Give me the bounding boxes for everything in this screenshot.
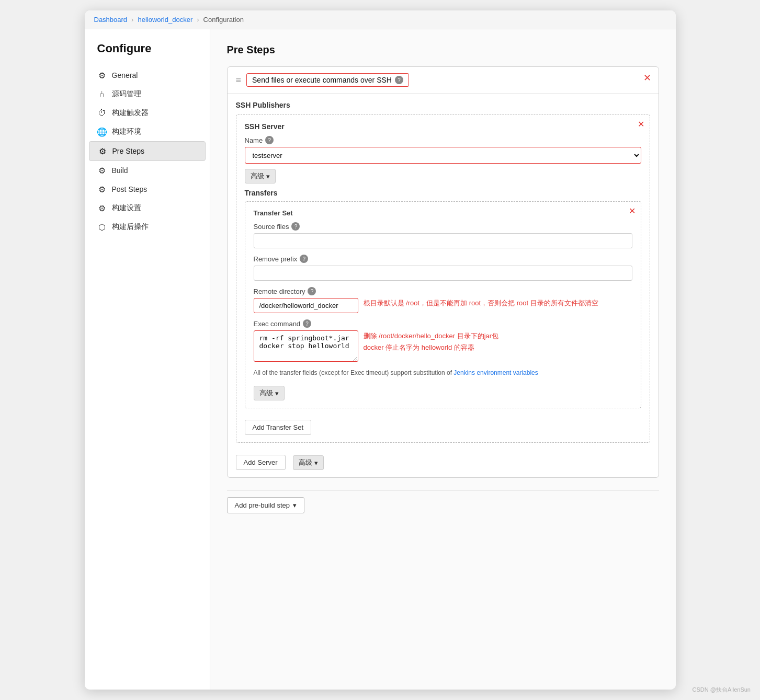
add-server-button[interactable]: Add Server — [236, 455, 286, 470]
add-transfer-set-label: Add Transfer Set — [253, 423, 304, 431]
exec-cmd-textarea[interactable]: rm -rf springboot*.jar docker stop hello… — [254, 330, 358, 362]
sidebar-item-general[interactable]: ⚙ General — [85, 66, 210, 85]
advanced-label2: 高级 — [259, 388, 273, 398]
sidebar-item-label: Build — [112, 166, 128, 175]
server-advanced-button[interactable]: 高级 ▾ — [293, 455, 324, 470]
remove-prefix-group: Remove prefix ? — [254, 255, 632, 281]
title-bar: Dashboard › helloworld_docker › Configur… — [85, 10, 676, 29]
breadcrumb-dashboard[interactable]: Dashboard — [94, 16, 128, 24]
sidebar-item-source-mgmt[interactable]: ⑃ 源码管理 — [85, 85, 210, 104]
transfer-advanced-button[interactable]: 高级 ▾ — [254, 386, 285, 400]
jenkins-env-vars-link[interactable]: Jenkins environment variables — [453, 369, 538, 376]
add-server-label: Add Server — [244, 458, 278, 466]
remote-dir-group: Remote directory ? 根目录默认是 /root，但是不能再加 r… — [254, 287, 632, 313]
clock-icon: ⏱ — [97, 108, 107, 118]
ssh-server-block: ✕ SSH Server Name ? testserver 高级 ▾ — [236, 114, 650, 443]
transfer-set-block: ✕ Transfer Set Source files ? — [245, 201, 641, 408]
remove-prefix-label: Remove prefix ? — [254, 255, 632, 263]
server-advanced-label: 高级 — [299, 458, 312, 467]
sidebar-item-build[interactable]: ⚙ Build — [85, 161, 210, 180]
exec-cmd-help-icon[interactable]: ? — [303, 319, 311, 328]
ssh-publishers-label: SSH Publishers — [236, 101, 650, 109]
gear-icon-settings: ⚙ — [97, 203, 107, 213]
remote-dir-label: Remote directory ? — [254, 287, 632, 295]
breadcrumb-sep2: › — [197, 16, 199, 24]
sidebar-item-label: 构建设置 — [112, 203, 141, 213]
gear-icon-build: ⚙ — [97, 166, 107, 175]
sidebar-item-label: Pre Steps — [112, 147, 144, 155]
server-name-select[interactable]: testserver — [245, 147, 641, 164]
plugin-card-header: ≡ Send files or execute commands over SS… — [228, 67, 659, 94]
source-files-group: Source files ? — [254, 222, 632, 248]
remote-dir-row: 根目录默认是 /root，但是不能再加 root，否则会把 root 目录的所有… — [254, 298, 632, 313]
ssh-server-advanced-button[interactable]: 高级 ▾ — [245, 169, 276, 183]
remote-dir-annotation: 根目录默认是 /root，但是不能再加 root，否则会把 root 目录的所有… — [364, 298, 632, 308]
section-title: Pre Steps — [227, 44, 659, 56]
exec-annotation-line1: 删除 /root/docker/hello_docker 目录下的jar包 — [364, 332, 499, 340]
sidebar: Configure ⚙ General ⑃ 源码管理 ⏱ 构建触发器 🌐 构建环… — [85, 29, 210, 690]
sidebar-item-label: Post Steps — [112, 185, 148, 193]
remove-prefix-input[interactable] — [254, 266, 632, 281]
sidebar-item-build-env[interactable]: 🌐 构建环境 — [85, 122, 210, 141]
drag-handle-icon[interactable]: ≡ — [236, 75, 242, 86]
ssh-server-label: SSH Server — [245, 122, 641, 131]
gear-icon-post: ⚙ — [97, 185, 107, 194]
sidebar-item-post-build[interactable]: ⬡ 构建后操作 — [85, 217, 210, 236]
globe-icon: 🌐 — [97, 127, 107, 136]
breadcrumb-project[interactable]: helloworld_docker — [138, 16, 192, 24]
breadcrumb-sep1: › — [131, 16, 133, 24]
sidebar-item-label: 源码管理 — [112, 89, 141, 99]
exec-cmd-group: Exec command ? rm -rf springboot*.jar do… — [254, 319, 632, 362]
hexagon-icon: ⬡ — [97, 222, 107, 232]
advanced-label: 高级 — [251, 171, 264, 181]
add-transfer-set-section: Add Transfer Set — [245, 416, 641, 435]
remove-prefix-help-icon[interactable]: ? — [300, 255, 308, 263]
chevron-down-icon3: ▾ — [314, 459, 318, 467]
sidebar-item-label: General — [112, 71, 138, 79]
watermark: CSDN @扶台AllenSun — [693, 686, 751, 694]
plugin-card-body: SSH Publishers ✕ SSH Server Name ? tests… — [228, 94, 659, 477]
remote-dir-help-icon[interactable]: ? — [308, 287, 316, 295]
add-prestep-button[interactable]: Add pre-build step ▾ — [227, 497, 305, 513]
exec-cmd-row: rm -rf springboot*.jar docker stop hello… — [254, 330, 632, 362]
gear-icon-pre: ⚙ — [98, 146, 107, 156]
exec-cmd-label: Exec command ? — [254, 319, 632, 328]
sidebar-item-label: 构建环境 — [112, 127, 141, 136]
source-files-help-icon[interactable]: ? — [291, 222, 300, 231]
plugin-name: Send files or execute commands over SSH — [252, 76, 392, 84]
sidebar-item-build-trigger[interactable]: ⏱ 构建触发器 — [85, 104, 210, 122]
add-transfer-set-button[interactable]: Add Transfer Set — [245, 420, 312, 435]
plugin-help-icon[interactable]: ? — [395, 76, 403, 84]
transfer-set-title: Transfer Set — [254, 209, 632, 217]
exec-annotation-line2: docker 停止名字为 helloworld 的容器 — [364, 343, 474, 351]
exec-annotation: 删除 /root/docker/hello_docker 目录下的jar包 do… — [364, 330, 632, 353]
bottom-section: Add pre-build step ▾ — [227, 490, 659, 513]
remote-dir-input[interactable] — [254, 298, 358, 313]
fork-icon: ⑃ — [97, 89, 107, 99]
sidebar-title: Configure — [85, 42, 210, 66]
ssh-server-close-button[interactable]: ✕ — [638, 119, 644, 129]
plugin-card: ≡ Send files or execute commands over SS… — [227, 66, 659, 478]
content-area: Pre Steps ≡ Send files or execute comman… — [210, 29, 676, 690]
name-field-label: Name ? — [245, 136, 641, 144]
sidebar-item-post-steps[interactable]: ⚙ Post Steps — [85, 180, 210, 199]
sidebar-item-pre-steps[interactable]: ⚙ Pre Steps — [89, 141, 206, 161]
chevron-down-icon4: ▾ — [293, 501, 297, 509]
chevron-down-icon: ▾ — [266, 173, 270, 180]
sidebar-item-label: 构建后操作 — [112, 222, 149, 232]
source-files-input[interactable] — [254, 233, 632, 248]
transfer-footer-text: All of the transfer fields (except for E… — [254, 368, 632, 377]
source-files-label: Source files ? — [254, 222, 632, 231]
name-help-icon[interactable]: ? — [265, 136, 274, 144]
gear-icon: ⚙ — [97, 71, 107, 80]
plugin-close-button[interactable]: ✕ — [643, 72, 651, 84]
sidebar-item-build-settings[interactable]: ⚙ 构建设置 — [85, 199, 210, 217]
transfers-label: Transfers — [245, 189, 641, 197]
plugin-name-box: Send files or execute commands over SSH … — [246, 73, 409, 87]
add-prestep-label: Add pre-build step — [235, 501, 290, 509]
transfer-set-close-button[interactable]: ✕ — [629, 206, 636, 216]
chevron-down-icon2: ▾ — [275, 389, 279, 397]
add-server-section: Add Server 高级 ▾ — [236, 450, 650, 470]
breadcrumb-current: Configuration — [203, 16, 244, 24]
sidebar-item-label: 构建触发器 — [112, 108, 149, 118]
